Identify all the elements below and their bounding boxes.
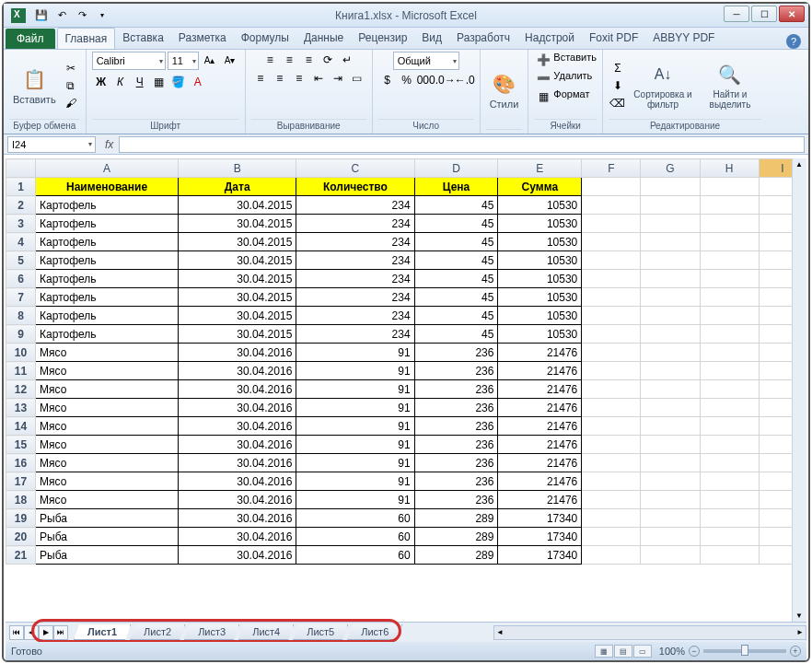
sheet-tab-3[interactable]: Лист3 — [184, 624, 239, 640]
cell[interactable]: 30.04.2016 — [179, 436, 296, 454]
tab-foxit pdf[interactable]: Foxit PDF — [582, 28, 645, 49]
styles-button[interactable]: 🎨 Стили — [486, 69, 523, 111]
indent-inc-icon[interactable]: ⇥ — [329, 70, 347, 87]
cell[interactable]: Картофель — [36, 196, 179, 215]
cell[interactable]: 236 — [414, 472, 498, 491]
cell[interactable] — [582, 362, 641, 380]
autosum-icon[interactable]: Σ — [609, 60, 627, 76]
cell[interactable]: 30.04.2016 — [179, 417, 296, 436]
cell[interactable]: Картофель — [36, 270, 179, 288]
worksheet-grid[interactable]: ABCDEFGHI1НаименованиеДатаКоличествоЦена… — [6, 158, 806, 622]
cell[interactable]: 17340 — [498, 528, 582, 546]
cell[interactable]: 30.04.2015 — [179, 270, 296, 288]
fx-icon[interactable]: fx — [105, 138, 113, 151]
cell[interactable]: Картофель — [36, 215, 179, 233]
cell[interactable]: 91 — [296, 436, 414, 454]
comma-icon[interactable]: 000 — [417, 72, 435, 88]
cell[interactable]: 91 — [296, 472, 414, 491]
col-header-H[interactable]: H — [700, 159, 759, 178]
tab-рецензир[interactable]: Рецензир — [351, 28, 414, 49]
row-header-1[interactable]: 1 — [6, 178, 36, 196]
table-header-cell[interactable]: Наименование — [36, 178, 179, 196]
cell[interactable]: 60 — [296, 528, 414, 546]
cell[interactable] — [582, 491, 641, 509]
border-icon[interactable]: ▦ — [150, 74, 168, 90]
sheet-tab-6[interactable]: Лист6 — [347, 624, 402, 640]
cell[interactable]: 30.04.2016 — [179, 344, 296, 362]
paste-button[interactable]: 📋 Вставить — [9, 64, 60, 107]
cell[interactable]: Рыба — [36, 509, 179, 528]
cell[interactable]: 10530 — [498, 251, 582, 270]
cell[interactable]: 289 — [414, 509, 498, 528]
sheet-tab-4[interactable]: Лист4 — [238, 624, 294, 640]
cell[interactable] — [700, 472, 759, 491]
cell[interactable]: 91 — [296, 417, 414, 436]
cell[interactable]: 234 — [296, 233, 414, 251]
percent-icon[interactable]: % — [398, 72, 416, 88]
cell[interactable] — [700, 215, 759, 233]
row-header-5[interactable]: 5 — [6, 251, 36, 270]
cell[interactable]: 30.04.2016 — [179, 528, 296, 546]
cell[interactable]: 60 — [296, 509, 414, 528]
minimize-button[interactable]: ─ — [724, 6, 749, 22]
cell[interactable] — [582, 528, 641, 546]
tab-вид[interactable]: Вид — [414, 28, 449, 49]
font-name-combo[interactable]: Calibri — [92, 52, 166, 70]
cell[interactable]: Мясо — [36, 362, 179, 380]
row-header-21[interactable]: 21 — [6, 546, 36, 565]
fill-icon[interactable]: ⬇ — [609, 77, 627, 94]
cell[interactable] — [700, 454, 759, 472]
sheet-tab-1[interactable]: Лист1 — [74, 624, 131, 640]
shrink-font-icon[interactable]: A▾ — [221, 52, 239, 68]
col-header-A[interactable]: A — [36, 159, 179, 178]
cell[interactable] — [641, 509, 700, 528]
row-header-3[interactable]: 3 — [6, 215, 36, 233]
cell[interactable] — [700, 509, 759, 528]
cell[interactable] — [582, 399, 641, 417]
undo-icon[interactable]: ↶ — [53, 7, 70, 24]
cell[interactable]: 30.04.2016 — [179, 362, 296, 380]
cell[interactable] — [641, 380, 700, 399]
cell[interactable]: 21476 — [498, 454, 582, 472]
row-header-4[interactable]: 4 — [6, 233, 36, 251]
cell[interactable]: 236 — [414, 344, 498, 362]
cut-icon[interactable]: ✂ — [62, 60, 80, 76]
cell[interactable] — [700, 325, 759, 344]
font-size-combo[interactable]: 11 — [168, 52, 199, 70]
cell[interactable] — [641, 215, 700, 233]
row-header-10[interactable]: 10 — [6, 344, 36, 362]
row-header-2[interactable]: 2 — [6, 196, 36, 215]
vertical-scrollbar[interactable] — [792, 158, 806, 622]
cell[interactable]: 45 — [414, 196, 498, 215]
cell[interactable]: 30.04.2016 — [179, 454, 296, 472]
cell[interactable] — [582, 509, 641, 528]
cell[interactable] — [582, 251, 641, 270]
row-header-20[interactable]: 20 — [6, 528, 36, 546]
cell[interactable]: Картофель — [36, 251, 179, 270]
tab-формулы[interactable]: Формулы — [234, 28, 296, 49]
cell[interactable] — [582, 233, 641, 251]
cell[interactable]: 289 — [414, 546, 498, 565]
cell[interactable] — [641, 436, 700, 454]
cell[interactable] — [582, 472, 641, 491]
cell[interactable]: 45 — [414, 233, 498, 251]
merge-icon[interactable]: ▭ — [348, 70, 366, 87]
help-icon[interactable]: ? — [786, 34, 801, 49]
cell[interactable]: 10530 — [498, 270, 582, 288]
cell[interactable]: 234 — [296, 196, 414, 215]
row-header-8[interactable]: 8 — [6, 307, 36, 325]
cell[interactable]: 10530 — [498, 307, 582, 325]
cell[interactable] — [582, 196, 641, 215]
cell[interactable]: 234 — [296, 288, 414, 307]
row-header-9[interactable]: 9 — [6, 325, 36, 344]
cell[interactable] — [700, 417, 759, 436]
normal-view-icon[interactable]: ▦ — [595, 645, 613, 658]
cell[interactable]: 30.04.2015 — [179, 215, 296, 233]
cell[interactable] — [582, 417, 641, 436]
cell[interactable]: 10530 — [498, 215, 582, 233]
cell[interactable] — [641, 251, 700, 270]
find-select-button[interactable]: 🔍 Найти и выделить — [699, 60, 761, 111]
cell[interactable]: Мясо — [36, 380, 179, 399]
cell[interactable]: 30.04.2016 — [179, 380, 296, 399]
formula-input[interactable] — [119, 136, 805, 153]
